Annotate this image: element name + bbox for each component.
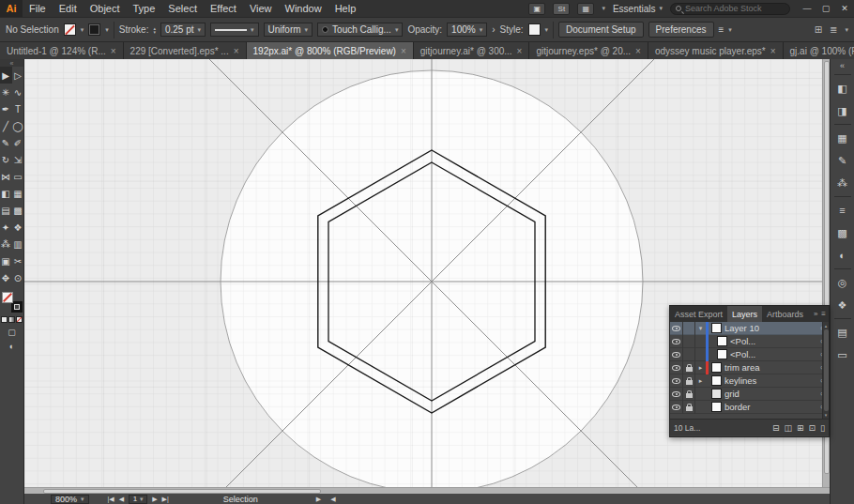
menu-file[interactable]: File bbox=[23, 0, 53, 17]
lasso-tool[interactable]: ∿ bbox=[12, 84, 24, 100]
collapse-toolbar-icon[interactable]: « bbox=[0, 59, 23, 67]
lock-toggle[interactable] bbox=[683, 348, 695, 361]
eyedropper-tool[interactable]: ✦ bbox=[0, 219, 12, 236]
stepper-down-icon[interactable]: ▾ bbox=[153, 30, 156, 34]
layer-row[interactable]: <Pol... ○ bbox=[670, 335, 829, 348]
chevron-down-icon[interactable]: ▾ bbox=[305, 26, 309, 34]
opacity-panel-chevron-icon[interactable]: › bbox=[492, 24, 495, 35]
fill-caret-icon[interactable]: ▾ bbox=[81, 26, 84, 34]
style-caret-icon[interactable]: ▾ bbox=[545, 26, 549, 34]
layer-thumbnail[interactable] bbox=[711, 375, 722, 386]
visibility-toggle[interactable] bbox=[670, 322, 683, 335]
artboard-tool[interactable]: ▣ bbox=[0, 252, 12, 269]
layer-name[interactable]: <Pol... bbox=[730, 336, 816, 346]
scroll-down-icon[interactable]: ▾ bbox=[825, 412, 828, 418]
column-graph-tool[interactable]: ▥ bbox=[12, 236, 24, 252]
visibility-toggle[interactable] bbox=[670, 401, 683, 414]
document-tab[interactable]: gitjourney.ai* @ 300... × bbox=[414, 42, 530, 59]
fill-color-swatch[interactable] bbox=[2, 292, 13, 303]
pencil-tool[interactable]: ✐ bbox=[12, 134, 24, 151]
layer-name[interactable]: grid bbox=[724, 389, 816, 399]
layer-thumbnail[interactable] bbox=[711, 323, 722, 333]
transparency-icon[interactable]: ◐ bbox=[831, 244, 854, 267]
zoom-tool[interactable]: ⊙ bbox=[12, 269, 24, 286]
visibility-toggle[interactable] bbox=[670, 361, 683, 374]
collapse-panel-icon[interactable]: » bbox=[814, 310, 817, 318]
align-options-icon[interactable]: ≡ bbox=[719, 24, 724, 35]
tab-asset-export[interactable]: Asset Export bbox=[670, 306, 727, 322]
screen-mode-icon[interactable]: ◐ bbox=[0, 342, 23, 351]
color-guide-icon[interactable]: ◨ bbox=[831, 99, 854, 122]
status-expand-left-icon[interactable]: ◀ bbox=[330, 496, 335, 503]
chevron-down-icon[interactable]: ▾ bbox=[395, 26, 399, 34]
search-input[interactable] bbox=[685, 4, 785, 13]
lock-toggle[interactable] bbox=[683, 388, 695, 401]
touch-workspace-icon[interactable]: ⊞ bbox=[815, 24, 822, 35]
panel-scroll-thumb[interactable] bbox=[824, 329, 829, 411]
gradient-mode-button[interactable] bbox=[8, 316, 15, 323]
direct-selection-tool[interactable]: ▷ bbox=[12, 67, 24, 84]
gradient-tool[interactable]: ▩ bbox=[12, 202, 24, 219]
document-tab[interactable]: odyssey music player.eps* × bbox=[648, 42, 784, 59]
fill-swatch[interactable] bbox=[64, 23, 76, 36]
visibility-toggle[interactable] bbox=[670, 388, 683, 401]
new-layer-icon[interactable]: ⊡ bbox=[809, 423, 816, 433]
width-tool[interactable]: ⋈ bbox=[0, 168, 12, 185]
free-transform-tool[interactable]: ▭ bbox=[12, 168, 24, 185]
layer-name[interactable]: trim area bbox=[724, 362, 816, 373]
stroke-stepper[interactable]: ▴ ▾ bbox=[153, 26, 156, 34]
type-tool[interactable]: T bbox=[12, 100, 24, 117]
layer-row[interactable]: ▸ trim area ○ bbox=[670, 361, 829, 374]
selection-tool[interactable]: ▶ bbox=[0, 67, 12, 84]
symbol-sprayer-tool[interactable]: ⁂ bbox=[0, 236, 12, 252]
layer-row[interactable]: grid ○ bbox=[670, 388, 829, 401]
layer-thumbnail[interactable] bbox=[711, 389, 722, 399]
document-tab-active[interactable]: 192px.ai* @ 800% (RGB/Preview) × bbox=[247, 42, 414, 59]
expand-panels-icon[interactable]: « bbox=[840, 59, 845, 72]
ellipse-tool[interactable]: ◯ bbox=[12, 117, 24, 134]
brush-dropdown[interactable]: Touch Callig... ▾ bbox=[317, 23, 403, 37]
collect-for-export-icon[interactable]: ⊟ bbox=[772, 423, 780, 433]
blend-tool[interactable]: ❖ bbox=[12, 219, 24, 236]
control-panel-menu-icon[interactable]: ≣ bbox=[830, 24, 837, 35]
stroke-weight-field[interactable]: 0.25 pt ▾ bbox=[160, 23, 206, 37]
layer-thumbnail[interactable] bbox=[711, 362, 722, 373]
menu-type[interactable]: Type bbox=[127, 0, 162, 17]
menu-edit[interactable]: Edit bbox=[53, 0, 84, 17]
gradient-icon[interactable]: ▩ bbox=[831, 221, 854, 244]
style-swatch[interactable] bbox=[528, 23, 541, 36]
preferences-button[interactable]: Preferences bbox=[648, 22, 714, 38]
menu-help[interactable]: Help bbox=[328, 0, 363, 17]
stroke-caret-icon[interactable]: ▾ bbox=[105, 26, 109, 34]
swatches-icon[interactable]: ▦ bbox=[831, 127, 854, 149]
panel-scrollbar[interactable]: ▴ ▾ bbox=[822, 322, 829, 419]
pen-tool[interactable]: ✒ bbox=[0, 100, 12, 117]
lock-toggle[interactable] bbox=[683, 361, 695, 374]
lock-toggle[interactable] bbox=[683, 322, 695, 335]
next-artboard-icon[interactable]: ▶ bbox=[152, 496, 157, 503]
maximize-button[interactable]: ▢ bbox=[816, 0, 835, 17]
menu-effect[interactable]: Effect bbox=[204, 0, 243, 17]
make-clipping-mask-icon[interactable]: ◫ bbox=[784, 423, 792, 433]
scale-tool[interactable]: ⇲ bbox=[12, 151, 24, 168]
menu-window[interactable]: Window bbox=[279, 0, 328, 17]
zoom-dropdown[interactable]: 800% ▾ bbox=[51, 495, 89, 504]
arrange-documents-caret-icon[interactable]: ▾ bbox=[602, 5, 605, 12]
perspective-grid-tool[interactable]: ▦ bbox=[12, 185, 24, 202]
fill-stroke-control[interactable] bbox=[2, 292, 23, 313]
layer-row[interactable]: <Pol... ○ bbox=[670, 348, 829, 361]
horizontal-scrollbar[interactable] bbox=[24, 487, 830, 494]
layer-name[interactable]: keylines bbox=[724, 375, 816, 386]
layer-name[interactable]: <Pol... bbox=[730, 349, 816, 359]
brushes-icon[interactable]: ✎ bbox=[831, 149, 854, 172]
first-artboard-icon[interactable]: |◀ bbox=[108, 496, 114, 503]
minimize-button[interactable]: — bbox=[798, 0, 816, 17]
stroke-icon[interactable]: ≡ bbox=[831, 199, 854, 221]
panel-menu-icon[interactable]: ≡ bbox=[821, 310, 826, 318]
close-button[interactable]: ✕ bbox=[835, 0, 854, 17]
visibility-toggle[interactable] bbox=[670, 348, 683, 361]
close-tab-icon[interactable]: × bbox=[517, 46, 523, 56]
document-tab[interactable]: 229 [Converted].eps* ... × bbox=[124, 42, 247, 59]
expand-layer-icon[interactable]: ▾ bbox=[695, 325, 706, 332]
share-icon[interactable]: ▣ bbox=[528, 3, 545, 15]
